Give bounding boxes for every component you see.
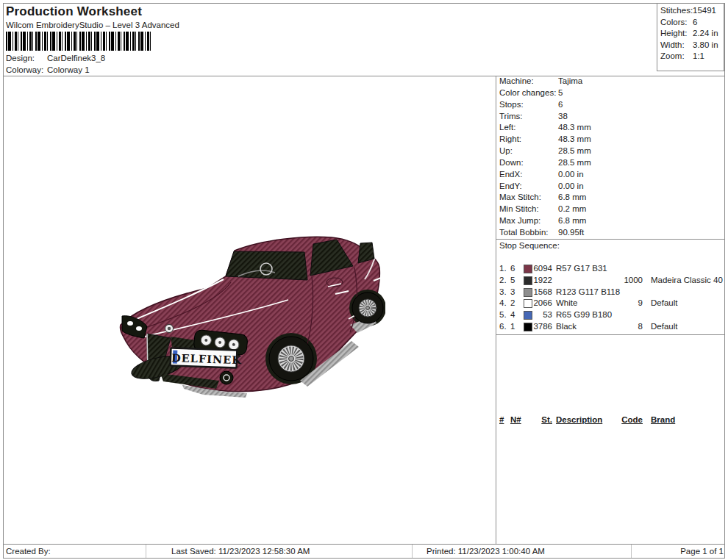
footer-separator: [631, 545, 632, 558]
table-row: 5.453R65 G99 B180: [496, 310, 725, 322]
info-row: Max Jump:6.8 mm: [496, 216, 725, 228]
summary-row: Stitches:15491: [657, 6, 724, 18]
info-row: Left:48.3 mm: [496, 123, 725, 134]
summary-row: Colors:6: [657, 18, 724, 29]
footer-separator: [412, 545, 413, 558]
stop-sequence-title: Stop Sequence:: [499, 241, 560, 250]
thread-swatch: [524, 276, 532, 285]
info-row: Total Bobbin:90.95ft: [496, 228, 725, 240]
info-row: Down:28.5 mm: [496, 158, 725, 170]
table-row: 4.22066White9Default: [496, 298, 725, 310]
app-subtitle: Wilcom EmbroideryStudio – Level 3 Advanc…: [6, 21, 179, 29]
thread-swatch: [524, 288, 532, 297]
footer-divider: [3, 544, 724, 545]
info-row: Up:28.5 mm: [496, 146, 725, 158]
stop-sequence-table: 1.66094R57 G17 B31 2.519221000Madeira Cl…: [496, 264, 725, 334]
plate-text: DELFINEK: [171, 351, 243, 366]
barcode: [6, 32, 153, 51]
machine-info-panel: Machine:Tajima Color changes:5 Stops:6 T…: [496, 76, 725, 544]
car-embroidery-preview: DELFINEK: [115, 229, 385, 400]
thread-swatch: [524, 299, 532, 308]
fog-light: [220, 371, 233, 384]
table-row: 1.66094R57 G17 B31: [496, 264, 725, 276]
footer-separator: [146, 545, 146, 558]
info-row: Color changes:5: [496, 88, 725, 100]
design-name: CarDelfinek3_8: [47, 54, 105, 62]
thread-swatch: [524, 311, 532, 320]
design-summary-box: Stitches:15491 Colors:6 Height:2.24 in W…: [657, 3, 724, 71]
table-row: 3.31568R123 G117 B118: [496, 287, 725, 299]
info-row: Trims:38: [496, 112, 725, 123]
info-row: Right:48.3 mm: [496, 134, 725, 146]
thread-swatch: [524, 323, 532, 331]
info-row: Max Stitch:6.8 mm: [496, 193, 725, 204]
table-bottom-divider: [496, 334, 725, 335]
page-number: Page 1 of 1: [680, 547, 724, 556]
summary-row: Width:3.80 in: [657, 40, 724, 52]
info-row: Stops:6: [496, 100, 725, 112]
info-row: Min Stitch:0.2 mm: [496, 204, 725, 216]
created-by-label: Created By:: [6, 547, 51, 556]
printed-label: Printed: 11/23/2023 1:00:40 AM: [427, 547, 545, 556]
front-wheel: [269, 337, 313, 381]
info-row: EndX:0.00 in: [496, 170, 725, 182]
colorway-name: Colorway 1: [47, 65, 90, 74]
page-title: Production Worksheet: [6, 4, 142, 19]
info-row: Machine:Tajima: [496, 76, 725, 88]
last-saved-label: Last Saved: 11/23/2023 12:58:30 AM: [171, 547, 310, 556]
table-row: 6.13786Black8Default: [496, 322, 725, 334]
design-label: Design:: [6, 54, 35, 62]
summary-row: Zoom:1:1: [657, 51, 724, 63]
table-row: 2.519221000Madeira Classic 40: [496, 276, 725, 287]
info-row: EndY:0.00 in: [496, 182, 725, 193]
stop-sequence-divider: [496, 239, 725, 240]
rear-wheel: [352, 292, 383, 323]
summary-row: Height:2.24 in: [657, 29, 724, 40]
thread-swatch: [524, 265, 532, 273]
colorway-label: Colorway:: [6, 65, 43, 74]
license-plate: DELFINEK: [171, 348, 243, 367]
windshield: [226, 251, 307, 280]
stop-sequence-header: # N# St. Description Code Brand: [496, 415, 725, 427]
